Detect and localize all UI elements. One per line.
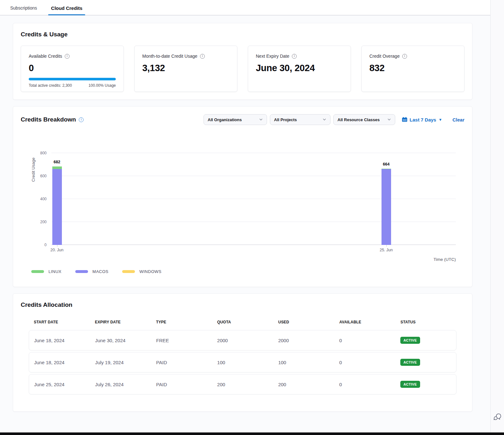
cell-expiry-date: June 30, 2024 (90, 338, 151, 343)
calendar-icon (402, 117, 407, 122)
credit-usage-chart: Credit Usage Time (UTC) 0200400600800682… (51, 153, 456, 245)
organizations-dropdown[interactable]: All Organizations (204, 114, 267, 125)
cell-quota: 200 (212, 382, 273, 387)
x-tick-mark (386, 245, 387, 247)
cell-used: 100 (273, 360, 334, 365)
chevron-down-icon (259, 118, 263, 121)
credits-breakdown-section: Credits Breakdown All Organizations All … (13, 106, 472, 287)
legend-item-macos[interactable]: MACOS (75, 269, 108, 274)
bar-total-label: 664 (383, 162, 389, 166)
chart-legend: LINUXMACOSWINDOWS (31, 269, 464, 274)
tab-cloud-credits[interactable]: Cloud Credits (48, 5, 85, 15)
legend-swatch (31, 270, 44, 273)
stat-label: Next Expiry Date (256, 54, 343, 59)
dropdown-value: All Resource Classes (337, 117, 380, 122)
credits-usage-section: Credits & Usage Available Credits 0 Tota… (13, 23, 472, 100)
credits-allocation-section: Credits Allocation START DATEEXPIRY DATE… (13, 293, 472, 412)
credits-progress-bar (29, 78, 116, 80)
status-badge: ACTIVE (400, 337, 420, 344)
table-row: June 25, 2024July 26, 2024PAID2002000ACT… (29, 374, 456, 394)
column-header: EXPIRY DATE (90, 320, 151, 324)
cell-expiry-date: July 26, 2024 (90, 382, 151, 387)
stat-label: Month-to-date Credit Usage (142, 54, 229, 59)
clear-filters-button[interactable]: Clear (452, 117, 464, 122)
stat-card-mtd-usage: Month-to-date Credit Usage 3,132 (134, 46, 237, 92)
total-active-credits: Total active credits: 2,300 (29, 83, 72, 88)
column-header: STATUS (395, 320, 456, 324)
cell-available: 0 (334, 360, 395, 365)
stat-card-footer: Total active credits: 2,300 100.00% Usag… (29, 83, 116, 88)
legend-swatch (122, 270, 135, 273)
info-icon[interactable] (292, 54, 297, 59)
cell-quota: 100 (212, 360, 273, 365)
stat-card-row: Available Credits 0 Total active credits… (21, 46, 464, 92)
cell-available: 0 (334, 382, 395, 387)
cell-available: 0 (334, 338, 395, 343)
right-gutter (490, 0, 504, 432)
status-badge: ACTIVE (400, 359, 420, 366)
stat-label: Available Credits (29, 54, 116, 59)
bar-total-label: 682 (54, 160, 60, 164)
legend-label: LINUX (48, 269, 62, 274)
x-tick-mark (57, 245, 57, 247)
gridline (51, 245, 456, 245)
stat-label-text: Next Expiry Date (256, 54, 289, 59)
legend-label: MACOS (93, 269, 108, 274)
column-header: QUOTA (212, 320, 273, 324)
dropdown-value: All Organizations (208, 117, 242, 122)
column-header: TYPE (151, 320, 212, 324)
x-tick-label: 25. Jun (380, 248, 393, 252)
info-icon[interactable] (200, 54, 205, 59)
gridline (51, 222, 456, 222)
bar-20-Jun[interactable]: 682 (52, 166, 62, 245)
chevron-down-icon (322, 118, 326, 121)
stat-label-text: Credit Overage (369, 54, 400, 59)
cell-start-date: June 18, 2024 (29, 360, 90, 365)
legend-item-linux[interactable]: LINUX (31, 269, 62, 274)
credits-progress-fill (29, 78, 116, 80)
info-icon[interactable] (402, 54, 407, 59)
status-badge: ACTIVE (400, 381, 420, 388)
y-tick-label: 400 (32, 197, 47, 201)
chevron-down-icon (387, 118, 391, 121)
info-icon[interactable] (65, 54, 70, 59)
dropdown-value: All Projects (274, 117, 297, 122)
projects-dropdown[interactable]: All Projects (270, 114, 330, 125)
chat-bubbles-icon (493, 413, 502, 421)
main-content: Subscriptions Cloud Credits Credits & Us… (0, 0, 490, 412)
bar-25-Jun[interactable]: 664 (382, 169, 391, 245)
gridline (51, 153, 456, 153)
cell-status: ACTIVE (395, 359, 456, 366)
usage-percent: 100.00% Usage (89, 83, 116, 88)
resource-classes-dropdown[interactable]: All Resource Classes (333, 114, 395, 125)
allocation-header-row: START DATEEXPIRY DATETYPEQUOTAUSEDAVAILA… (29, 320, 456, 330)
cell-type: FREE (151, 338, 212, 343)
legend-swatch (75, 270, 88, 273)
chat-widget-button[interactable] (493, 413, 502, 422)
legend-item-windows[interactable]: WINDOWS (122, 269, 161, 274)
y-tick-label: 800 (32, 151, 47, 155)
stat-card-credit-overage: Credit Overage 832 (361, 46, 464, 92)
bar-segment-linux (52, 166, 62, 169)
cell-start-date: June 18, 2024 (29, 338, 90, 343)
x-tick-label: 20. Jun (50, 248, 63, 252)
gridline (51, 199, 456, 199)
date-range-picker[interactable]: Last 7 Days ▾ (402, 117, 441, 122)
gridline (51, 176, 456, 176)
tab-subscriptions[interactable]: Subscriptions (7, 5, 40, 15)
cell-expiry-date: July 19, 2024 (90, 360, 151, 365)
column-header: AVAILABLE (334, 320, 396, 324)
cell-start-date: June 25, 2024 (29, 382, 90, 387)
breakdown-title-wrap: Credits Breakdown (21, 116, 84, 123)
table-row: June 18, 2024July 19, 2024PAID1001000ACT… (29, 352, 456, 372)
stat-card-next-expiry: Next Expiry Date June 30, 2024 (248, 46, 351, 92)
breakdown-header: Credits Breakdown All Organizations All … (21, 114, 464, 125)
tab-bar: Subscriptions Cloud Credits (0, 0, 490, 15)
next-expiry-value: June 30, 2024 (256, 63, 343, 73)
info-icon[interactable] (79, 117, 84, 122)
breakdown-filters: All Organizations All Projects All Resou… (204, 114, 464, 125)
credit-overage-value: 832 (369, 63, 456, 73)
legend-label: WINDOWS (139, 269, 161, 274)
cell-used: 200 (273, 382, 334, 387)
available-credits-value: 0 (29, 63, 116, 73)
